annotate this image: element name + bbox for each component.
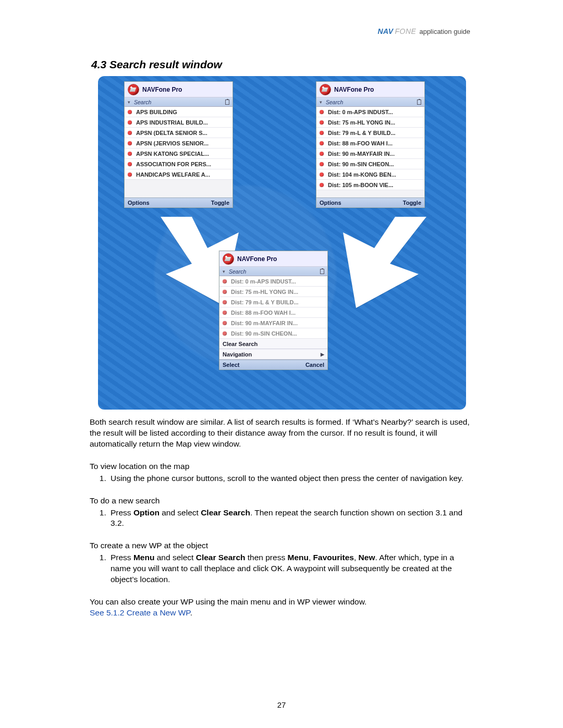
app-title: NAVFone Pro (334, 86, 374, 93)
list-item[interactable]: ASSOCIATION FOR PERS... (125, 159, 232, 169)
bold-text: Clear Search (196, 553, 246, 562)
page-number: 27 (0, 700, 563, 709)
signal-icon: ▾ (320, 100, 325, 105)
list-item[interactable]: Dist: 90 m-MAYFAIR IN... (219, 318, 327, 328)
header-subtitle: application guide (419, 28, 470, 35)
bullet-icon (320, 172, 324, 177)
list-item-label: Dist: 90 m-SIN CHEON... (328, 161, 394, 167)
battery-icon (417, 100, 421, 105)
bullet-icon (128, 162, 132, 166)
document-header: NAVFONE application guide (378, 27, 471, 35)
list-item[interactable]: APS BUILDING (125, 107, 232, 117)
list-item: Using the phone cursor buttons, scroll t… (108, 473, 474, 484)
list-item[interactable]: Dist: 105 m-BOON VIE... (316, 180, 424, 190)
body-text: Both search result window are similar. A… (90, 417, 474, 619)
list-item[interactable]: Dist: 90 m-MAYFAIR IN... (316, 149, 424, 159)
phone-subheader: ▾ Search (316, 97, 424, 107)
screen-label: Search (228, 268, 320, 275)
list-item[interactable]: Dist: 79 m-L & Y BUILD... (316, 128, 424, 138)
text-run: and select (154, 553, 195, 562)
bold-text: Menu (287, 553, 308, 562)
phone-subheader: ▾ Search (125, 97, 232, 107)
app-title: NAVFone Pro (237, 255, 277, 263)
list-item[interactable]: Dist: 90 m-SIN CHEON... (316, 159, 424, 169)
signal-icon: ▾ (128, 100, 133, 105)
paragraph: You can also create your WP using the ma… (90, 597, 474, 619)
subheading: To do a new search (90, 496, 474, 507)
figure-container: NAVFone Pro ▾ Search APS BUILDING APS IN… (98, 76, 466, 410)
list-item-label: Dist: 90 m-MAYFAIR IN... (328, 151, 395, 157)
text-run: , (309, 553, 313, 562)
softkey-bar: Options Toggle (316, 198, 424, 207)
text-run: and select (160, 508, 201, 517)
text-run: You can also create your WP using the ma… (90, 597, 366, 606)
cross-ref-link[interactable]: See 5.1.2 Create a New WP (90, 608, 190, 617)
softkey-left[interactable]: Options (128, 200, 150, 206)
list-item-label: HANDICAPS WELFARE A... (136, 171, 210, 178)
list-item[interactable]: APSN KATONG SPECIAL... (125, 149, 232, 159)
brand-nav-text: NAV (378, 27, 394, 35)
bold-text: Clear Search (201, 508, 250, 517)
list-item-label: APSN (JERVIOS SENIOR... (136, 140, 209, 146)
list-item-label: Dist: 0 m-APS INDUST... (328, 109, 393, 115)
bullet-icon (223, 279, 227, 283)
softkey-bar: Options Toggle (125, 198, 232, 207)
list-item[interactable]: Dist: 75 m-HL YONG IN... (316, 117, 424, 128)
ordered-list: Using the phone cursor buttons, scroll t… (108, 473, 474, 484)
bullet-icon (128, 131, 132, 135)
svg-marker-1 (343, 217, 426, 308)
battery-icon (320, 269, 324, 274)
result-list: APS BUILDING APS INDUSTRIAL BUILD... APS… (125, 107, 232, 180)
list-item[interactable]: Dist: 79 m-L & Y BUILD... (219, 297, 327, 307)
phone-titlebar: NAVFone Pro (125, 82, 232, 97)
list-item-label: ASSOCIATION FOR PERS... (136, 161, 211, 167)
phone-spacer (316, 190, 424, 198)
list-item[interactable]: APSN (DELTA SENIOR S... (125, 128, 232, 138)
list-item-label: Dist: 75 m-HL YONG IN... (231, 289, 298, 295)
app-logo-icon (320, 84, 331, 95)
list-item[interactable]: Dist: 104 m-KONG BEN... (316, 169, 424, 180)
list-item[interactable]: Dist: 0 m-APS INDUST... (316, 107, 424, 117)
menu-item-navigation[interactable]: Navigation▶ (219, 349, 327, 360)
bullet-icon (320, 183, 324, 187)
softkey-right[interactable]: Cancel (305, 362, 324, 368)
softkey-right[interactable]: Toggle (403, 200, 421, 206)
text-run: . (190, 608, 192, 617)
list-item[interactable]: HANDICAPS WELFARE A... (125, 169, 232, 180)
bullet-icon (320, 141, 324, 145)
list-item-label: Dist: 79 m-L & Y BUILD... (231, 299, 299, 305)
battery-icon (225, 100, 229, 105)
softkey-left[interactable]: Options (320, 200, 341, 206)
list-item[interactable]: Dist: 0 m-APS INDUST... (219, 276, 327, 287)
softkey-right[interactable]: Toggle (211, 200, 229, 206)
bullet-icon (320, 120, 324, 125)
list-item: Press Menu and select Clear Search then … (108, 552, 474, 585)
softkey-left[interactable]: Select (223, 362, 239, 368)
bold-text: Favourites (313, 553, 354, 562)
result-list: Dist: 0 m-APS INDUST... Dist: 75 m-HL YO… (219, 276, 327, 360)
list-item-label: Dist: 90 m-MAYFAIR IN... (231, 320, 298, 326)
bullet-icon (320, 162, 324, 166)
list-item[interactable]: APSN (JERVIOS SENIOR... (125, 138, 232, 149)
list-item-label: APSN (DELTA SENIOR S... (136, 130, 207, 136)
bullet-icon (223, 300, 227, 304)
list-item-label: Dist: 79 m-L & Y BUILD... (328, 130, 396, 136)
bold-text: New (359, 553, 375, 562)
list-item[interactable]: Dist: 88 m-FOO WAH I... (219, 307, 327, 318)
bullet-icon (128, 152, 132, 156)
bullet-icon (223, 331, 227, 336)
phone-titlebar: NAVFone Pro (219, 251, 327, 267)
list-item[interactable]: Dist: 75 m-HL YONG IN... (219, 287, 327, 297)
list-item[interactable]: Dist: 90 m-SIN CHEON... (219, 328, 327, 339)
list-item-label: Dist: 75 m-HL YONG IN... (328, 119, 395, 126)
text-run: Press (111, 508, 133, 517)
bullet-icon (320, 110, 324, 114)
list-item[interactable]: Dist: 88 m-FOO WAH I... (316, 138, 424, 149)
phone-titlebar: NAVFone Pro (316, 82, 424, 97)
text-run: , (354, 553, 359, 562)
list-item-label: Dist: 104 m-KONG BEN... (328, 171, 396, 178)
list-item-label: APS INDUSTRIAL BUILD... (136, 119, 208, 126)
menu-item-clear-search[interactable]: Clear Search (219, 339, 327, 349)
list-item[interactable]: APS INDUSTRIAL BUILD... (125, 117, 232, 128)
bullet-icon (128, 110, 132, 114)
